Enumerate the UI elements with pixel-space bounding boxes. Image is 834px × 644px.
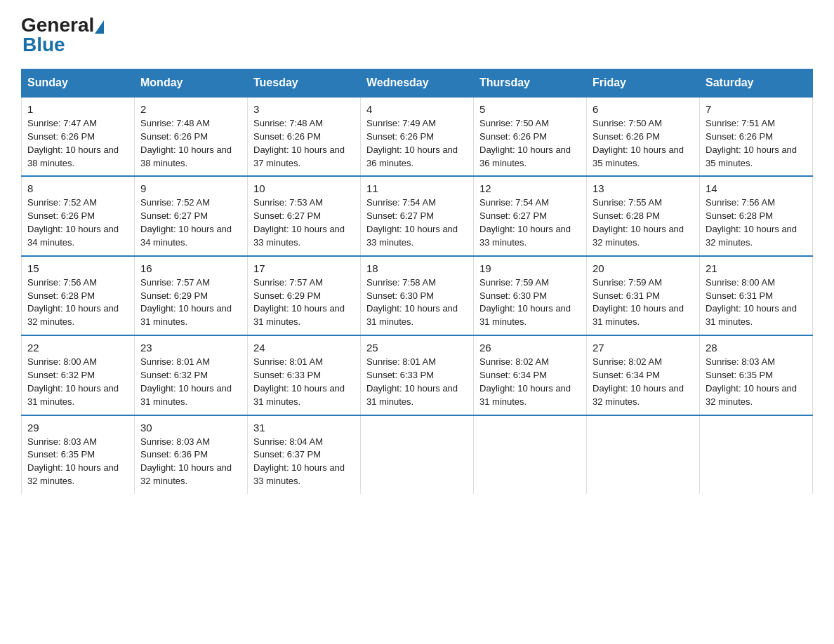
calendar-cell — [474, 415, 587, 494]
calendar-week-row: 15 Sunrise: 7:56 AMSunset: 6:28 PMDaylig… — [22, 256, 813, 335]
day-number: 4 — [366, 103, 468, 115]
day-number: 3 — [253, 103, 355, 115]
day-number: 30 — [140, 422, 241, 434]
calendar-cell: 12 Sunrise: 7:54 AMSunset: 6:27 PMDaylig… — [474, 176, 587, 255]
calendar-cell: 27 Sunrise: 8:02 AMSunset: 6:34 PMDaylig… — [587, 335, 700, 415]
day-number: 6 — [593, 103, 694, 115]
day-info: Sunrise: 7:50 AMSunset: 6:26 PMDaylight:… — [479, 117, 581, 170]
calendar-cell: 4 Sunrise: 7:49 AMSunset: 6:26 PMDayligh… — [361, 97, 474, 176]
day-info: Sunrise: 7:53 AMSunset: 6:27 PMDaylight:… — [253, 196, 355, 249]
day-number: 5 — [479, 103, 581, 115]
day-info: Sunrise: 8:01 AMSunset: 6:32 PMDaylight:… — [140, 356, 241, 408]
calendar-cell: 26 Sunrise: 8:02 AMSunset: 6:34 PMDaylig… — [474, 335, 587, 415]
calendar-cell: 5 Sunrise: 7:50 AMSunset: 6:26 PMDayligh… — [474, 97, 587, 176]
day-info: Sunrise: 8:03 AMSunset: 6:36 PMDaylight:… — [140, 436, 241, 488]
day-info: Sunrise: 7:54 AMSunset: 6:27 PMDaylight:… — [366, 196, 468, 249]
day-info: Sunrise: 7:59 AMSunset: 6:31 PMDaylight:… — [593, 276, 694, 329]
calendar-col-header-tuesday: Tuesday — [248, 69, 361, 98]
day-info: Sunrise: 8:00 AMSunset: 6:32 PMDaylight:… — [27, 356, 128, 408]
day-number: 1 — [27, 103, 128, 115]
calendar-cell: 23 Sunrise: 8:01 AMSunset: 6:32 PMDaylig… — [135, 335, 248, 415]
logo-triangle-icon — [95, 20, 104, 34]
calendar-cell: 9 Sunrise: 7:52 AMSunset: 6:27 PMDayligh… — [135, 176, 248, 255]
day-number: 19 — [479, 262, 581, 274]
calendar-cell: 30 Sunrise: 8:03 AMSunset: 6:36 PMDaylig… — [135, 415, 248, 494]
day-info: Sunrise: 8:02 AMSunset: 6:34 PMDaylight:… — [479, 356, 581, 408]
day-info: Sunrise: 8:01 AMSunset: 6:33 PMDaylight:… — [366, 356, 468, 408]
day-number: 13 — [593, 182, 694, 194]
day-info: Sunrise: 8:00 AMSunset: 6:31 PMDaylight:… — [706, 276, 807, 329]
day-number: 14 — [706, 182, 807, 194]
day-info: Sunrise: 7:52 AMSunset: 6:27 PMDaylight:… — [140, 196, 241, 249]
day-number: 23 — [140, 342, 241, 354]
calendar-cell: 24 Sunrise: 8:01 AMSunset: 6:33 PMDaylig… — [248, 335, 361, 415]
day-number: 17 — [253, 262, 355, 274]
calendar-cell: 2 Sunrise: 7:48 AMSunset: 6:26 PMDayligh… — [135, 97, 248, 176]
day-info: Sunrise: 7:56 AMSunset: 6:28 PMDaylight:… — [706, 196, 807, 249]
calendar-cell: 25 Sunrise: 8:01 AMSunset: 6:33 PMDaylig… — [361, 335, 474, 415]
calendar-cell: 20 Sunrise: 7:59 AMSunset: 6:31 PMDaylig… — [587, 256, 700, 335]
day-info: Sunrise: 8:03 AMSunset: 6:35 PMDaylight:… — [27, 436, 128, 488]
calendar-col-header-friday: Friday — [587, 69, 700, 98]
calendar-cell: 14 Sunrise: 7:56 AMSunset: 6:28 PMDaylig… — [700, 176, 813, 255]
day-number: 15 — [27, 262, 128, 274]
calendar-cell — [587, 415, 700, 494]
calendar-week-row: 8 Sunrise: 7:52 AMSunset: 6:26 PMDayligh… — [22, 176, 813, 255]
day-number: 29 — [27, 422, 128, 434]
day-number: 10 — [253, 182, 355, 194]
calendar-cell: 11 Sunrise: 7:54 AMSunset: 6:27 PMDaylig… — [361, 176, 474, 255]
calendar-cell: 18 Sunrise: 7:58 AMSunset: 6:30 PMDaylig… — [361, 256, 474, 335]
day-number: 12 — [479, 182, 581, 194]
logo-blue-text: Blue — [22, 34, 65, 56]
day-info: Sunrise: 7:54 AMSunset: 6:27 PMDaylight:… — [479, 196, 581, 249]
page-header: General Blue — [21, 14, 813, 56]
calendar-cell: 31 Sunrise: 8:04 AMSunset: 6:37 PMDaylig… — [248, 415, 361, 494]
calendar-cell: 21 Sunrise: 8:00 AMSunset: 6:31 PMDaylig… — [700, 256, 813, 335]
day-number: 16 — [140, 262, 241, 274]
day-info: Sunrise: 7:48 AMSunset: 6:26 PMDaylight:… — [140, 117, 241, 170]
day-info: Sunrise: 7:59 AMSunset: 6:30 PMDaylight:… — [479, 276, 581, 329]
calendar-cell: 29 Sunrise: 8:03 AMSunset: 6:35 PMDaylig… — [22, 415, 135, 494]
calendar-cell: 13 Sunrise: 7:55 AMSunset: 6:28 PMDaylig… — [587, 176, 700, 255]
calendar-header-row: SundayMondayTuesdayWednesdayThursdayFrid… — [22, 69, 813, 98]
day-number: 20 — [593, 262, 694, 274]
day-info: Sunrise: 7:55 AMSunset: 6:28 PMDaylight:… — [593, 196, 694, 249]
calendar-cell: 22 Sunrise: 8:00 AMSunset: 6:32 PMDaylig… — [22, 335, 135, 415]
calendar-table: SundayMondayTuesdayWednesdayThursdayFrid… — [21, 69, 813, 494]
day-info: Sunrise: 8:03 AMSunset: 6:35 PMDaylight:… — [706, 356, 807, 408]
day-info: Sunrise: 7:57 AMSunset: 6:29 PMDaylight:… — [140, 276, 241, 329]
day-number: 18 — [366, 262, 468, 274]
day-number: 25 — [366, 342, 468, 354]
day-number: 7 — [706, 103, 807, 115]
day-info: Sunrise: 7:49 AMSunset: 6:26 PMDaylight:… — [366, 117, 468, 170]
calendar-cell: 15 Sunrise: 7:56 AMSunset: 6:28 PMDaylig… — [22, 256, 135, 335]
day-number: 31 — [253, 422, 355, 434]
day-info: Sunrise: 7:47 AMSunset: 6:26 PMDaylight:… — [27, 117, 128, 170]
day-info: Sunrise: 8:02 AMSunset: 6:34 PMDaylight:… — [593, 356, 694, 408]
calendar-cell: 17 Sunrise: 7:57 AMSunset: 6:29 PMDaylig… — [248, 256, 361, 335]
calendar-cell: 19 Sunrise: 7:59 AMSunset: 6:30 PMDaylig… — [474, 256, 587, 335]
day-info: Sunrise: 7:51 AMSunset: 6:26 PMDaylight:… — [706, 117, 807, 170]
calendar-col-header-wednesday: Wednesday — [361, 69, 474, 98]
day-info: Sunrise: 7:57 AMSunset: 6:29 PMDaylight:… — [253, 276, 355, 329]
day-number: 8 — [27, 182, 128, 194]
day-number: 22 — [27, 342, 128, 354]
calendar-cell: 1 Sunrise: 7:47 AMSunset: 6:26 PMDayligh… — [22, 97, 135, 176]
day-number: 24 — [253, 342, 355, 354]
day-info: Sunrise: 7:58 AMSunset: 6:30 PMDaylight:… — [366, 276, 468, 329]
day-info: Sunrise: 8:01 AMSunset: 6:33 PMDaylight:… — [253, 356, 355, 408]
calendar-cell: 3 Sunrise: 7:48 AMSunset: 6:26 PMDayligh… — [248, 97, 361, 176]
day-number: 9 — [140, 182, 241, 194]
logo: General Blue — [21, 14, 105, 56]
calendar-week-row: 1 Sunrise: 7:47 AMSunset: 6:26 PMDayligh… — [22, 97, 813, 176]
day-info: Sunrise: 7:48 AMSunset: 6:26 PMDaylight:… — [253, 117, 355, 170]
calendar-cell: 6 Sunrise: 7:50 AMSunset: 6:26 PMDayligh… — [587, 97, 700, 176]
day-number: 21 — [706, 262, 807, 274]
day-info: Sunrise: 7:52 AMSunset: 6:26 PMDaylight:… — [27, 196, 128, 249]
calendar-cell: 7 Sunrise: 7:51 AMSunset: 6:26 PMDayligh… — [700, 97, 813, 176]
calendar-col-header-monday: Monday — [135, 69, 248, 98]
day-number: 2 — [140, 103, 241, 115]
day-info: Sunrise: 7:50 AMSunset: 6:26 PMDaylight:… — [593, 117, 694, 170]
calendar-cell: 8 Sunrise: 7:52 AMSunset: 6:26 PMDayligh… — [22, 176, 135, 255]
day-number: 28 — [706, 342, 807, 354]
